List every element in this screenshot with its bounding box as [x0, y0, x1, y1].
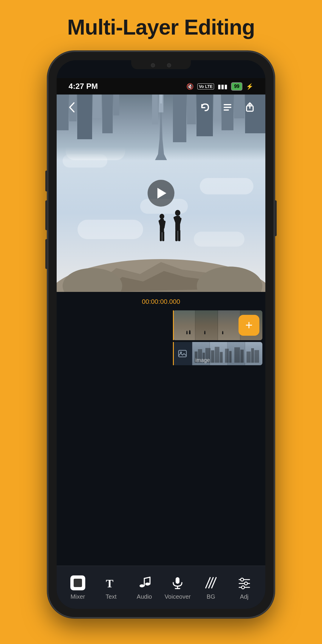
- layer-track: image: [173, 342, 262, 365]
- add-layer-button[interactable]: +: [239, 315, 259, 336]
- nav-item-adj[interactable]: Adj: [229, 575, 259, 600]
- camera-2: [167, 63, 171, 67]
- volume-down-button: [45, 239, 48, 269]
- charging-icon: ⚡: [246, 83, 253, 90]
- svg-rect-27: [162, 231, 164, 241]
- phone-screen: 4:27 PM 🔇 Vo LTE ▮▮▮ 99 ⚡: [57, 60, 265, 609]
- notch-area: [57, 60, 265, 78]
- svg-point-55: [140, 584, 144, 587]
- timeline-cursor-layer: [173, 342, 174, 365]
- svg-rect-38: [179, 350, 186, 357]
- svg-rect-53: [254, 350, 259, 363]
- svg-point-28: [175, 210, 180, 216]
- menu-button[interactable]: [219, 99, 236, 115]
- video-preview: [57, 95, 265, 292]
- nav-item-voiceover[interactable]: Voiceover: [163, 575, 193, 600]
- svg-rect-51: [247, 352, 251, 363]
- play-triangle-icon: [157, 188, 166, 199]
- play-button[interactable]: [148, 180, 174, 207]
- audio-icon: [136, 575, 153, 591]
- undo-button[interactable]: [197, 99, 213, 115]
- layer-label: image: [195, 357, 210, 363]
- svg-rect-47: [225, 349, 229, 363]
- text-label: Text: [106, 593, 117, 600]
- svg-point-39: [180, 352, 182, 353]
- nav-item-audio[interactable]: Audio: [129, 575, 159, 600]
- bottom-nav: Mixer T Text: [57, 566, 265, 609]
- status-time: 4:27 PM: [69, 82, 98, 91]
- timeline-cursor: [173, 310, 174, 340]
- camera-1: [151, 63, 155, 67]
- svg-point-69: [244, 582, 247, 585]
- svg-rect-60: [176, 577, 179, 584]
- people: [157, 209, 184, 241]
- mixer-icon: [69, 575, 86, 591]
- timeline: 00:00:00.000: [57, 292, 265, 368]
- svg-point-67: [241, 578, 244, 581]
- timeline-tracks: +: [57, 308, 265, 368]
- svg-rect-45: [215, 347, 219, 363]
- svg-rect-46: [220, 352, 222, 363]
- tiny-person-1: [186, 331, 188, 334]
- signal-icon: ▮▮▮: [218, 83, 227, 90]
- audio-label: Audio: [137, 593, 152, 600]
- main-track: +: [173, 310, 262, 340]
- svg-rect-36: [224, 109, 229, 111]
- bg-label: BG: [207, 593, 215, 600]
- toolbar-right: [197, 99, 258, 115]
- cameras: [151, 63, 171, 67]
- voiceover-label: Voiceover: [165, 593, 191, 600]
- timeline-empty-area: [57, 368, 265, 566]
- layer-icon-area: [173, 342, 192, 365]
- cloud-3: [200, 178, 253, 194]
- svg-text:T: T: [106, 577, 113, 589]
- svg-rect-48: [229, 351, 232, 363]
- text-icon: T: [103, 575, 119, 591]
- back-button[interactable]: [64, 99, 80, 115]
- svg-rect-34: [224, 104, 231, 105]
- volte-badge: Vo LTE: [197, 83, 214, 89]
- svg-rect-49: [234, 347, 240, 363]
- svg-point-56: [145, 583, 150, 586]
- layer-clip[interactable]: image: [173, 342, 262, 365]
- mixer-label: Mixer: [70, 593, 85, 600]
- tiny-person-4: [222, 331, 223, 334]
- voiceover-icon: [169, 575, 186, 591]
- volume-up-button: [45, 200, 48, 230]
- image-icon: [178, 349, 187, 358]
- svg-rect-26: [160, 231, 162, 241]
- svg-rect-44: [211, 350, 214, 363]
- rocks: [57, 214, 265, 292]
- timeline-timestamp: 00:00:00.000: [57, 295, 265, 308]
- frame-3: [218, 310, 240, 340]
- svg-rect-32: [175, 230, 178, 241]
- tiny-person-3: [204, 331, 205, 334]
- battery-indicator: 99: [231, 82, 242, 91]
- status-bar: 4:27 PM 🔇 Vo LTE ▮▮▮ 99 ⚡: [57, 78, 265, 95]
- adj-icon: [236, 575, 253, 591]
- status-icons: 🔇 Vo LTE ▮▮▮ 99 ⚡: [186, 82, 253, 91]
- svg-rect-35: [224, 107, 231, 108]
- frame-1: [173, 310, 195, 340]
- plus-icon: +: [245, 319, 253, 332]
- layer-frames: image: [192, 342, 262, 365]
- svg-point-71: [242, 586, 244, 589]
- mixer-icon-inner: [74, 579, 82, 587]
- svg-rect-52: [251, 348, 254, 363]
- mute-button: [45, 171, 48, 191]
- power-button: [274, 200, 277, 236]
- nav-item-text[interactable]: T Text: [96, 575, 126, 600]
- nav-item-bg[interactable]: BG: [196, 575, 226, 600]
- person-2-svg: [172, 209, 184, 241]
- svg-rect-33: [178, 230, 180, 241]
- video-toolbar: [57, 99, 265, 115]
- adj-label: Adj: [240, 593, 249, 600]
- svg-point-22: [160, 214, 164, 219]
- frame-2: [195, 310, 218, 340]
- nav-item-mixer[interactable]: Mixer: [63, 575, 93, 600]
- tiny-person-2: [189, 330, 191, 334]
- svg-rect-50: [240, 350, 244, 363]
- share-button[interactable]: [242, 99, 258, 115]
- svg-line-59: [144, 577, 150, 578]
- page-title: Multi-Layer Editing: [55, 0, 267, 51]
